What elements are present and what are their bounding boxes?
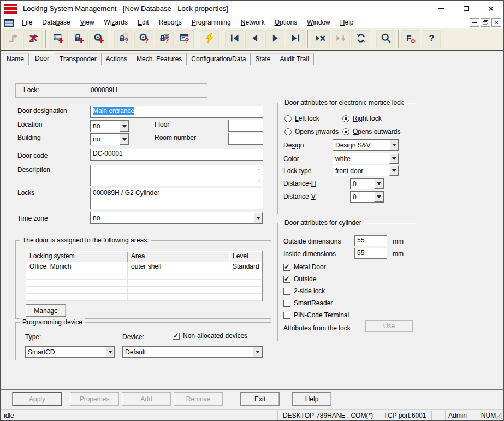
chevron-down-icon[interactable] [389, 153, 399, 164]
toolbar-read-network-button[interactable]: ? [175, 30, 194, 48]
toolbar-read-transponder-button[interactable]: ? [134, 30, 153, 48]
building-select[interactable]: no [90, 133, 129, 145]
checkbox-2-side-lock[interactable]: 2-side lock [283, 287, 349, 295]
toolbar-separator [307, 30, 308, 48]
tab-actions[interactable]: Actions [102, 53, 132, 65]
radio-dot-icon [345, 117, 347, 120]
toolbar-read-mifare-card-button[interactable]: ? [155, 30, 174, 48]
table-row[interactable]: Office_Munichouter shellStandard [26, 262, 262, 272]
menu-window[interactable]: Window [302, 17, 335, 27]
distance-v-label: Distance-V [283, 193, 316, 200]
toolbar-new-transponder-button[interactable] [89, 30, 108, 48]
add-button[interactable]: Add [122, 392, 171, 406]
checkbox-metal-door[interactable]: ✓Metal Door [283, 263, 349, 271]
radio-opens-inwards[interactable]: Opens inwards [284, 128, 339, 135]
non-allocated-devices-checkbox[interactable]: ✓ Non-allocated devices [173, 332, 247, 340]
tab-name[interactable]: Name [2, 53, 29, 65]
programming-device-select[interactable]: Default [122, 346, 263, 358]
child-restore-button[interactable] [481, 18, 490, 27]
toolbar-search-button[interactable] [376, 30, 395, 48]
tab-configuration-data[interactable]: Configuration/Data [187, 53, 251, 65]
use-button[interactable]: Use [365, 320, 413, 332]
toolbar-sort-records-button[interactable] [331, 30, 350, 48]
menu-database[interactable]: Database [37, 17, 75, 27]
toolbar-program-button[interactable] [200, 30, 219, 48]
check-icon: ✓ [284, 263, 290, 271]
radio-left-lock[interactable]: Left lock [284, 115, 319, 122]
location-select[interactable]: no [90, 120, 129, 132]
outside-dimensions-input[interactable]: 55 [354, 235, 387, 246]
tab-mech-features[interactable]: Mech. Features [132, 53, 187, 65]
tab-audit-trail[interactable]: Audit Trail [275, 53, 313, 65]
tab-state[interactable]: State [251, 53, 275, 65]
child-close-button[interactable]: ✕ [491, 18, 501, 27]
distance-h-select[interactable]: 0 [350, 178, 384, 189]
chevron-down-icon[interactable] [120, 121, 129, 132]
radio-opens-outwards[interactable]: Opens outwards [342, 128, 400, 135]
toolbar-connect-button[interactable] [3, 30, 22, 48]
checkbox-smartreader[interactable]: SmartReader [283, 299, 349, 307]
chevron-down-icon[interactable] [253, 212, 263, 223]
checkbox-pin-code-terminal[interactable]: PIN-Code Terminal [283, 311, 349, 319]
lock-type-select[interactable]: front door [333, 165, 399, 176]
design-select[interactable]: Design S&V [333, 139, 399, 151]
door-code-input[interactable]: DC-00001 [90, 149, 263, 161]
programming-type-select[interactable]: SmartCD [25, 346, 115, 358]
tab-door[interactable]: Door [29, 52, 55, 66]
chevron-down-icon[interactable] [389, 165, 399, 176]
chevron-down-icon[interactable] [120, 134, 129, 145]
door-designation-input[interactable]: Main entrance [90, 106, 263, 118]
checkbox-outside[interactable]: ✓Outside [283, 275, 349, 283]
room-number-input[interactable] [228, 133, 263, 145]
remove-button[interactable]: Remove [174, 392, 223, 406]
toolbar-delete-record-button[interactable] [311, 30, 330, 48]
toolbar-last-record-button[interactable] [286, 30, 305, 48]
menu-network[interactable]: Network [236, 17, 270, 27]
tab-transponder[interactable]: Transponder [55, 53, 102, 65]
distance-v-select[interactable]: 0 [350, 191, 384, 203]
chevron-down-icon[interactable] [374, 192, 383, 202]
menu-reports[interactable]: Reports [154, 17, 187, 27]
menu-programming[interactable]: Programming [187, 17, 236, 27]
toolbar-new-lock-button[interactable] [69, 30, 88, 48]
color-select[interactable]: white [333, 153, 399, 164]
radio-right-lock[interactable]: Right lock [342, 115, 382, 122]
menu-edit[interactable]: Edit [133, 17, 154, 27]
menu-options[interactable]: Options [270, 17, 302, 27]
chevron-down-icon[interactable] [374, 179, 383, 189]
maximize-button[interactable] [453, 1, 478, 16]
child-minimize-button[interactable] [470, 18, 479, 27]
toolbar-filter-settings-button[interactable]: F⚙ [401, 30, 420, 48]
floor-input[interactable] [228, 120, 263, 132]
toolbar-help-button[interactable]: ? [422, 30, 441, 48]
help-button[interactable]: Help [292, 392, 331, 406]
menu-file[interactable]: File [17, 17, 37, 27]
inside-dimensions-input[interactable]: 55 [354, 248, 387, 259]
manage-button[interactable]: Manage [26, 304, 66, 317]
chevron-down-icon[interactable] [105, 347, 115, 357]
apply-button[interactable]: Apply [13, 392, 62, 406]
resize-grip[interactable] [495, 412, 502, 419]
description-textarea[interactable]: ⌃ ⌄ [90, 165, 263, 186]
locks-textarea[interactable]: 000089H / G2 Cylinder [90, 188, 263, 209]
close-button[interactable]: ✕ [478, 1, 503, 16]
menu-view[interactable]: View [75, 17, 99, 27]
toolbar-next-record-button[interactable] [265, 30, 284, 48]
toolbar-separator [197, 30, 197, 48]
time-zone-select[interactable]: no [90, 212, 263, 224]
scroll-down-icon[interactable]: ⌄ [257, 177, 261, 182]
toolbar-refresh-button[interactable] [351, 30, 370, 48]
minimize-button[interactable] [428, 1, 453, 16]
toolbar-first-record-button[interactable] [225, 30, 244, 48]
properties-button[interactable]: Properties [70, 392, 119, 406]
toolbar-new-locking-system-button[interactable] [49, 30, 68, 48]
toolbar-previous-record-button[interactable] [245, 30, 264, 48]
exit-button[interactable]: Exit [240, 392, 280, 406]
scroll-up-icon[interactable]: ⌃ [257, 169, 261, 174]
menu-wizards[interactable]: Wizards [99, 17, 133, 27]
chevron-down-icon[interactable] [389, 140, 399, 150]
chevron-down-icon[interactable] [253, 347, 262, 357]
menu-help[interactable]: Help [335, 17, 359, 27]
toolbar-disconnect-button[interactable] [23, 30, 43, 48]
toolbar-read-lock-button[interactable]: ? [114, 30, 133, 48]
